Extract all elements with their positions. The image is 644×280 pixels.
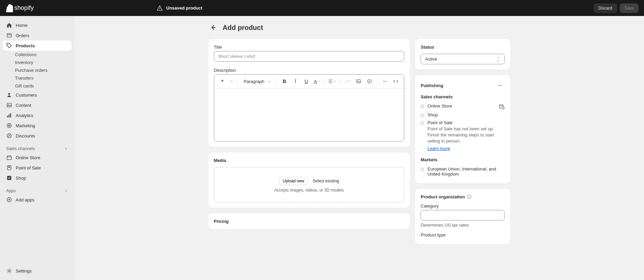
sidebar-section-sales-channels[interactable]: Sales channels: [3, 144, 72, 152]
discard-button[interactable]: Discard: [594, 3, 617, 13]
shop-icon: [6, 175, 12, 181]
paragraph-selector[interactable]: Paragraph: [240, 78, 274, 85]
link-icon[interactable]: [343, 77, 352, 86]
svg-rect-10: [10, 113, 11, 118]
editor-body[interactable]: [214, 88, 404, 141]
warning-icon: [157, 5, 163, 11]
category-input[interactable]: [421, 210, 504, 220]
media-hint: Accepts images, videos, or 3D models: [220, 188, 399, 193]
sidebar-sub-purchase-orders[interactable]: Purchase orders: [3, 66, 72, 74]
store-icon: [6, 154, 12, 161]
sidebar-item-home[interactable]: Home: [3, 20, 72, 30]
title-label: Title: [214, 45, 405, 50]
publishing-more-icon[interactable]: [495, 81, 505, 90]
ai-icon[interactable]: [218, 77, 227, 86]
plus-icon: [6, 197, 12, 203]
sidebar-sub-collections[interactable]: Collections: [3, 51, 72, 59]
sidebar-channel-online-store[interactable]: Online Store: [3, 152, 72, 163]
upload-new-button[interactable]: Upload new: [279, 177, 308, 185]
sidebar: Home Orders Products Collections Invento…: [0, 16, 74, 280]
svg-point-25: [8, 270, 10, 271]
sidebar-sub-transfers[interactable]: Transfers: [3, 74, 72, 82]
pos-icon: [6, 165, 12, 171]
bold-icon[interactable]: B: [280, 77, 289, 86]
svg-point-1: [159, 9, 160, 10]
sidebar-item-orders[interactable]: Orders: [3, 30, 72, 40]
customers-icon: [6, 92, 12, 98]
chevron-right-icon: [64, 147, 68, 151]
sidebar-section-apps[interactable]: Apps: [3, 186, 72, 195]
channel-online-store: Online Store: [421, 102, 504, 111]
home-icon: [6, 22, 12, 28]
back-button[interactable]: [208, 23, 218, 32]
main-content: Add product Title Description Paragraph: [74, 16, 644, 280]
info-icon[interactable]: [467, 194, 472, 199]
content-icon: [6, 102, 12, 108]
sidebar-sub-inventory[interactable]: Inventory: [3, 59, 72, 66]
publishing-title: Publishing: [421, 83, 443, 88]
pricing-card: Pricing: [208, 213, 410, 229]
svg-point-4: [7, 44, 8, 45]
product-type-label: Product type: [421, 232, 504, 237]
sidebar-add-apps[interactable]: Add apps: [3, 195, 72, 205]
align-icon[interactable]: [328, 77, 337, 86]
image-icon[interactable]: [354, 77, 363, 86]
save-button[interactable]: Save: [620, 3, 639, 13]
org-title: Product organization: [421, 194, 465, 199]
svg-rect-20: [8, 166, 10, 168]
sidebar-item-products[interactable]: Products: [3, 40, 72, 51]
sales-channels-subhead: Sales channels: [421, 94, 504, 99]
media-dropzone[interactable]: Upload new Select existing Accepts image…: [214, 167, 405, 202]
status-circle-icon: [421, 105, 424, 108]
svg-rect-2: [7, 34, 12, 37]
status-select[interactable]: Active: [421, 54, 504, 64]
learn-more-link[interactable]: Learn more: [427, 146, 450, 151]
gear-icon: [6, 268, 12, 274]
sidebar-sub-gift-cards[interactable]: Gift cards: [3, 82, 72, 90]
svg-rect-29: [357, 80, 361, 83]
code-view-icon[interactable]: [391, 77, 400, 86]
sidebar-channel-shop[interactable]: Shop: [3, 173, 72, 183]
title-input[interactable]: [214, 51, 405, 62]
svg-point-30: [358, 81, 358, 81]
svg-point-16: [8, 135, 9, 135]
sidebar-item-marketing[interactable]: Marketing: [3, 120, 72, 131]
more-icon[interactable]: [380, 77, 390, 86]
page-title: Add product: [223, 24, 263, 32]
publishing-card: Publishing Sales channels Online Store S…: [415, 75, 510, 183]
svg-point-43: [469, 196, 470, 196]
svg-rect-18: [7, 157, 12, 160]
text-color-icon[interactable]: A: [312, 77, 322, 86]
video-icon[interactable]: [365, 77, 374, 86]
svg-point-37: [501, 85, 501, 86]
sidebar-item-analytics[interactable]: Analytics: [3, 110, 72, 120]
products-icon: [6, 43, 12, 49]
underline-icon[interactable]: U: [301, 77, 311, 86]
rich-text-editor: Paragraph B I U A: [214, 74, 405, 142]
shopify-logo[interactable]: shopify: [5, 4, 34, 12]
arrow-left-icon: [210, 24, 217, 31]
chevron-down-icon[interactable]: [229, 77, 235, 86]
svg-point-33: [384, 81, 385, 82]
sidebar-channel-pos[interactable]: Point of Sale: [3, 163, 72, 173]
svg-point-34: [386, 81, 387, 82]
pos-note: Point of Sale has not been set up. Finis…: [427, 126, 504, 145]
marketing-icon: [6, 122, 12, 129]
topbar: shopify Unsaved product Discard Save: [0, 0, 644, 16]
status-card: Status Active: [415, 39, 510, 70]
schedule-icon[interactable]: [499, 103, 505, 110]
markets-subhead: Markets: [421, 157, 504, 162]
markets-row: European Union, International, and Unite…: [421, 165, 504, 178]
svg-point-13: [9, 125, 10, 126]
pricing-title: Pricing: [214, 219, 405, 224]
svg-point-7: [8, 104, 9, 105]
svg-rect-9: [9, 114, 10, 117]
italic-icon[interactable]: I: [290, 77, 300, 86]
media-card: Media Upload new Select existing Accepts…: [208, 152, 410, 208]
sidebar-item-settings[interactable]: Settings: [3, 266, 72, 276]
sidebar-item-customers[interactable]: Customers: [3, 90, 72, 100]
sidebar-item-content[interactable]: Content: [3, 100, 72, 110]
sidebar-item-discounts[interactable]: Discounts: [3, 131, 72, 141]
select-existing-link[interactable]: Select existing: [313, 179, 339, 183]
editor-toolbar: Paragraph B I U A: [214, 75, 404, 88]
